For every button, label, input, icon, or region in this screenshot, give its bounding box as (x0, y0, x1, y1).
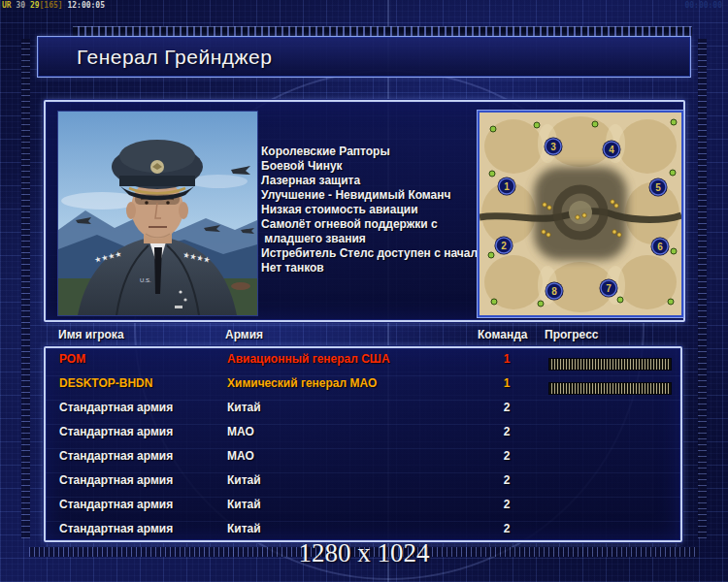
supply-dot (612, 230, 616, 234)
info-line: Улучшение - Невидимый Команч (261, 188, 480, 203)
supply-dot (547, 206, 551, 210)
svg-text:1: 1 (504, 181, 510, 192)
player-army: Китай (227, 498, 261, 511)
table-row: Стандартная армияКитай2 (46, 401, 680, 425)
match-timer: 00:00:00 (684, 1, 722, 10)
player-army: МАО (227, 425, 254, 438)
player-team: 1 (487, 352, 526, 366)
supply-dot (542, 230, 546, 234)
resource-dot (534, 122, 540, 128)
resolution-label: 1280 x 1024 (0, 538, 728, 568)
info-line: младшего звания (261, 232, 480, 246)
resource-dot (670, 170, 676, 176)
start-position-marker: 4 (603, 141, 621, 159)
player-army: Китай (227, 401, 261, 414)
resource-dot (491, 299, 497, 305)
progress-fill (549, 359, 671, 370)
column-header-army: Армия (225, 328, 263, 341)
general-overview-panel: ★★★★ ★★★★ U.S. Королевские РапторыБоевой… (44, 100, 685, 322)
column-header-team: Команда (478, 328, 527, 341)
resource-dot (489, 171, 495, 177)
info-line: Королевские Рапторы (261, 145, 480, 159)
progress-bar (548, 358, 672, 371)
debug-part: 30 (16, 1, 29, 10)
player-team: 2 (487, 522, 526, 535)
table-row: Стандартная армияКитай2 (46, 473, 680, 498)
resource-dot (488, 252, 494, 258)
resource-dot (671, 119, 677, 125)
supply-dot (582, 213, 586, 217)
start-position-marker: 8 (546, 282, 564, 301)
debug-part: 12:00:05 (67, 1, 105, 10)
start-position-marker: 2 (495, 237, 513, 255)
debug-part: 29 (30, 1, 40, 10)
start-position-marker: 6 (651, 238, 670, 256)
info-line: Боевой Чинук (261, 159, 480, 174)
column-header-progress: Прогресс (545, 328, 598, 341)
start-position-marker: 3 (545, 138, 563, 156)
svg-text:3: 3 (550, 142, 556, 152)
player-name: Стандартная армия (59, 473, 173, 487)
player-army: МАО (227, 449, 254, 463)
players-table-header: Имя игрока Армия Команда Прогресс (44, 328, 682, 346)
resource-dot (490, 126, 496, 132)
map-preview: 12345678 (478, 111, 683, 317)
svg-text:6: 6 (657, 242, 663, 252)
us-lapel-pin: U.S. (140, 277, 151, 283)
debug-part: [165] (40, 1, 68, 10)
player-name: Стандартная армия (59, 449, 173, 463)
ruler-left (21, 39, 30, 538)
progress-fill (549, 383, 671, 394)
player-name: Стандартная армия (59, 498, 173, 511)
ruler-right (698, 39, 707, 538)
debug-part: UR (2, 1, 16, 10)
general-info-list: Королевские РапторыБоевой ЧинукЛазерная … (261, 145, 480, 275)
player-army: Авиационный генерал США (227, 352, 390, 366)
players-table-body: РОМАвиационный генерал США1DESKTOP-BHDNХ… (46, 352, 680, 546)
page-title: Генерал Грейнджер (77, 37, 690, 77)
resource-dot (538, 301, 544, 307)
info-line: Низкая стоимость авиации (261, 203, 480, 217)
progress-bar (548, 382, 672, 395)
start-position-marker: 1 (498, 178, 516, 196)
start-position-marker: 5 (649, 178, 668, 197)
players-table: РОМАвиационный генерал США1DESKTOP-BHDNХ… (44, 346, 682, 542)
info-line: Лазерная защита (261, 174, 480, 188)
svg-text:4: 4 (609, 145, 614, 155)
player-team: 2 (487, 473, 526, 487)
resource-dot (617, 297, 623, 303)
supply-dot (546, 233, 550, 237)
svg-text:7: 7 (606, 283, 612, 294)
table-row: Стандартная армияКитай2 (46, 498, 680, 522)
svg-text:8: 8 (551, 286, 557, 297)
resource-dot (671, 248, 677, 254)
player-team: 2 (487, 498, 526, 511)
resource-dot (592, 121, 598, 127)
player-army: Химический генерал МАО (227, 376, 377, 390)
table-row: РОМАвиационный генерал США1 (46, 352, 680, 376)
player-name: Стандартная армия (59, 401, 173, 414)
svg-text:5: 5 (655, 182, 661, 193)
table-row: Стандартная армияМАО2 (46, 449, 680, 473)
supply-dot (614, 204, 618, 208)
supply-dot (576, 215, 579, 219)
info-line: Истребитель Стелс доступен с начала (261, 246, 480, 261)
info-line: Самолёт огневой поддержки с (261, 217, 480, 232)
svg-text:2: 2 (501, 241, 507, 251)
player-team: 2 (487, 401, 526, 414)
player-team: 1 (487, 376, 526, 390)
supply-dot (611, 200, 614, 204)
table-row: Стандартная армияМАО2 (46, 425, 680, 449)
supply-dot (543, 203, 546, 207)
player-army: Китай (227, 473, 261, 487)
supply-dot (617, 233, 621, 237)
general-portrait: ★★★★ ★★★★ U.S. (57, 111, 258, 316)
player-army: Китай (227, 522, 261, 535)
column-header-player: Имя игрока (58, 328, 124, 341)
player-team: 2 (487, 425, 526, 438)
player-team: 2 (487, 449, 526, 463)
table-row: DESKTOP-BHDNХимический генерал МАО1 (46, 376, 680, 401)
player-name: Стандартная армия (59, 522, 173, 535)
player-name: DESKTOP-BHDN (59, 376, 152, 390)
player-name: РОМ (59, 352, 85, 366)
